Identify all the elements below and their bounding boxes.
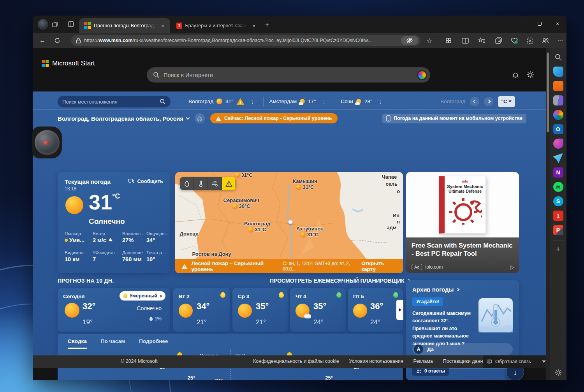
edge-sidebar: O N ≋ S 1 P + [550,48,566,380]
footer-link-ads[interactable]: Реклама [413,359,433,364]
floating-overlay-widget[interactable] [32,127,62,158]
city-menu-icon[interactable]: ⋮ [247,98,258,105]
pager-prev-button[interactable] [470,97,479,106]
page-scrollbar[interactable] [546,48,550,380]
brand-name: Microsoft Start [52,60,95,67]
location-dropdown[interactable]: Волгоград, Волгоградская область, Россия [58,115,189,122]
scrollbar-thumb[interactable] [547,53,549,132]
tab-summary[interactable]: Сводка [68,338,87,349]
sidebar-skype-icon[interactable]: S [553,196,563,206]
sidebar-add-button[interactable]: + [550,245,566,253]
report-button[interactable]: Сообщить [128,178,163,184]
home-location-button[interactable] [195,113,205,123]
pager-next-button[interactable] [484,97,493,106]
browser-essentials-icon[interactable] [510,36,519,45]
favorites-bar-icon[interactable] [477,36,486,45]
map-city-label: Ростов на Дону [192,251,231,257]
minimize-button[interactable]: − [513,16,531,32]
collections-icon[interactable] [494,36,503,45]
tab-close-icon[interactable]: × [160,23,165,29]
sidebar-spotify-icon[interactable]: ≋ [553,182,563,192]
tab-weather[interactable]: Прогноз погоды Волгоград, Во × [79,18,170,33]
back-icon[interactable]: ← [38,36,47,45]
chat-icon [128,178,134,184]
refresh-icon[interactable] [53,36,62,45]
ad-choices-icon[interactable]: ▷ [510,264,514,270]
city-menu-icon[interactable]: ⋮ [319,98,329,105]
close-button[interactable]: × [549,16,566,32]
notifications-icon[interactable] [511,70,521,81]
answer-option-a[interactable]: A Да [412,343,513,355]
page-header: Microsoft Start Поиск в Интернете ≡ Откр… [33,48,550,91]
open-map-link[interactable]: Открыть карту [361,260,397,272]
footer-link-data[interactable]: Поставщики данных [443,359,489,364]
workspaces-icon[interactable] [51,20,60,28]
share-icon[interactable] [541,36,550,45]
forecast-next-button[interactable] [396,300,403,320]
tab-details[interactable]: Подробнее [139,338,168,349]
web-search-input[interactable]: Поиск в Интернете [147,67,430,83]
maximize-button[interactable] [531,16,549,32]
sidebar-settings-icon[interactable] [550,369,566,376]
current-condition: Солнечно [89,217,125,226]
map-city-label: Ахтубинск31°C [296,226,323,237]
sidebar-outlook-icon[interactable]: O [553,124,563,134]
map-labels-layer: 31°CКамышин31°CСерафимович30°CВолгоград3… [175,172,403,273]
microsoft-start-logo[interactable]: Microsoft Start [42,60,95,67]
map-city-label: 31°C [234,172,252,178]
new-tab-button[interactable]: + [265,21,269,29]
tab-hourly[interactable]: По часам [101,338,125,349]
weather-map[interactable]: 31°CКамышин31°CСерафимович30°CВолгоград3… [175,172,403,273]
address-bar[interactable]: https://www.msn.com/ru-xl/weather/foreca… [71,35,420,46]
footer-link-terms[interactable]: Условия использования [349,359,403,364]
city-chip-sochi[interactable]: Сочи 28° ⋮ [335,97,391,107]
location-search-input[interactable]: Поиск местоположения [58,96,171,107]
sidebar-tools-icon[interactable] [553,81,563,91]
archive-question: Сегодняшний максимум составляет 32°. Пре… [412,310,475,348]
hidden-password-icon[interactable] [401,36,418,45]
web-capture-icon[interactable] [525,36,535,45]
sidebar-microsoft365-icon[interactable] [553,110,563,120]
sidebar-pcs-icon[interactable]: P [553,225,563,235]
monthly-planner-link[interactable]: ПРОСМОТРЕТЬ ЕЖЕМЕСЯЧНЫЙ ПЛАНИРОВЩИК [270,278,410,284]
detail-pressure: Давление760 мм [122,250,146,262]
wildfire-alert-pill[interactable]: Сейчас: Лесной пожар - Серьезный уровень [210,113,338,123]
city-chip-amsterdam[interactable]: Амстердам 17° ⋮ [263,97,335,107]
split-screen-icon[interactable] [461,36,470,45]
profile-avatar[interactable] [38,19,48,30]
unit-toggle[interactable]: °C [498,96,515,107]
pollen-icon [279,292,284,298]
selected-location-dot [288,220,293,224]
sidebar-designer-icon[interactable] [553,139,563,149]
footer-link-privacy[interactable]: Конфиденциальность и файлы cookie [253,359,339,364]
tab-actions-icon[interactable] [67,20,75,28]
feedback-button[interactable]: Обратная связь [483,355,550,368]
forecast-card-thu[interactable]: Чт 4 35°24° [290,288,346,332]
sidebar-messenger-icon[interactable] [553,153,563,163]
sidebar-1tv-icon[interactable]: 1 [553,211,563,221]
city-menu-icon[interactable]: ⋮ [375,98,386,105]
ad-card[interactable]: iolo System Mechanic Ultimate Defense Fr… [406,172,519,273]
city-chip-volgograd[interactable]: Волгоград 31° 1 ⋮ [183,97,263,107]
sidebar-search-icon[interactable] [553,52,563,62]
forecast-card-wed[interactable]: Ср 3 35°21° [232,288,288,332]
archive-header[interactable]: Архив погоды [412,286,513,293]
forecast-card-tue[interactable]: Вт 2 34°21° [173,288,230,332]
settings-more-icon[interactable]: ⋯ [556,36,565,45]
sun-marker-icon [301,232,306,237]
pollen-badge[interactable]: Умеренный [120,291,165,301]
ad-site[interactable]: iolo.com [425,264,443,270]
copilot-icon[interactable] [417,70,427,80]
mobile-promo-button[interactable]: Погода на данный момент на мобильном уст… [382,114,526,123]
sidebar-shopping-icon[interactable] [553,67,563,77]
favorite-star-icon[interactable]: ☆ [425,36,434,45]
tab-browsers[interactable]: 1 Браузеры и интернет. Скачать × [172,18,260,33]
collapse-caret-icon[interactable] [542,360,546,363]
sidebar-games-icon[interactable] [553,95,563,105]
extensions-icon[interactable] [444,36,453,45]
forecast-card-fri[interactable]: Пт 5 36°24° [348,288,403,332]
tab-close-icon[interactable]: × [251,23,257,29]
forecast-card-today[interactable]: Сегодня Умеренный 32°19° Солнечно 1% [58,288,170,332]
settings-gear-icon[interactable] [526,70,536,81]
sidebar-onenote-icon[interactable]: N [553,167,563,178]
